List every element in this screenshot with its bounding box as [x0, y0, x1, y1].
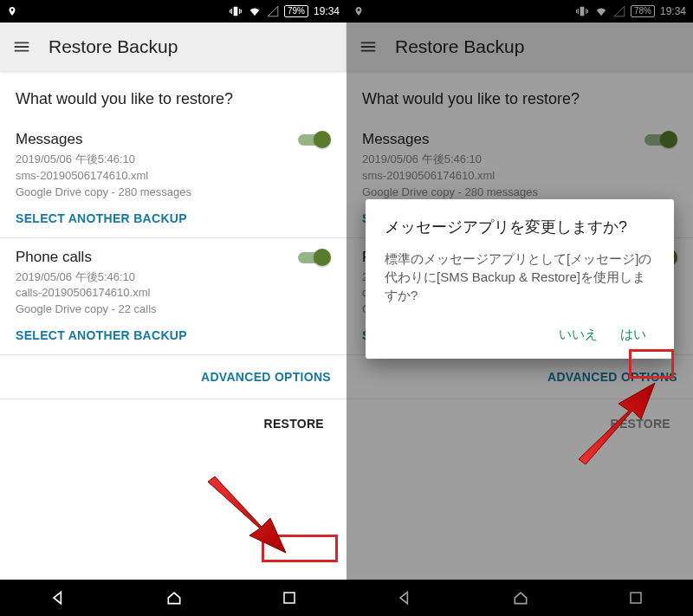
clock: 19:34	[314, 5, 340, 17]
messages-select-button[interactable]: SELECT ANOTHER BACKUP	[16, 211, 331, 225]
back-button[interactable]	[49, 589, 67, 606]
messages-toggle[interactable]	[298, 131, 331, 148]
recents-button[interactable]	[282, 590, 297, 606]
app-bar: Restore Backup	[0, 23, 346, 71]
calls-title: Phone calls	[16, 249, 92, 266]
calls-section: Phone calls 2019/05/06 午後5:46:10 calls-2…	[0, 238, 346, 355]
location-icon	[7, 5, 17, 17]
app-title: Restore Backup	[49, 36, 178, 57]
android-nav-bar	[0, 580, 346, 616]
menu-icon[interactable]	[12, 37, 31, 56]
calls-meta: 2019/05/06 午後5:46:10 calls-2019050617461…	[16, 269, 331, 319]
arrow-to-yes	[572, 373, 667, 468]
dialog-no-button[interactable]: いいえ	[550, 320, 606, 350]
vibrate-icon	[229, 5, 243, 17]
messages-section: Messages 2019/05/06 午後5:46:10 sms-201905…	[0, 120, 346, 237]
dialog-body: 標準のメッセージアプリとして[メッセージ]の代わりに[SMS Backup & …	[385, 250, 655, 304]
change-default-app-dialog: メッセージアプリを変更しますか? 標準のメッセージアプリとして[メッセージ]の代…	[366, 199, 674, 359]
messages-title: Messages	[16, 131, 82, 148]
signal-icon	[267, 5, 279, 17]
advanced-options-button[interactable]: ADVANCED OPTIONS	[201, 370, 331, 384]
question-heading: What would you like to restore?	[0, 71, 346, 120]
messages-meta: 2019/05/06 午後5:46:10 sms-20190506174610.…	[16, 152, 331, 201]
dialog-yes-button[interactable]: はい	[612, 320, 655, 350]
home-button[interactable]	[165, 589, 183, 606]
battery-indicator: 79%	[284, 5, 308, 17]
arrow-to-restore	[199, 475, 295, 561]
wifi-icon	[248, 5, 262, 17]
dialog-title: メッセージアプリを変更しますか?	[385, 217, 655, 237]
android-status-bar: 79% 19:34	[0, 0, 346, 23]
svg-rect-0	[284, 593, 295, 603]
calls-toggle[interactable]	[298, 249, 331, 266]
restore-button[interactable]: RESTORE	[256, 413, 331, 434]
calls-select-button[interactable]: SELECT ANOTHER BACKUP	[16, 328, 331, 342]
